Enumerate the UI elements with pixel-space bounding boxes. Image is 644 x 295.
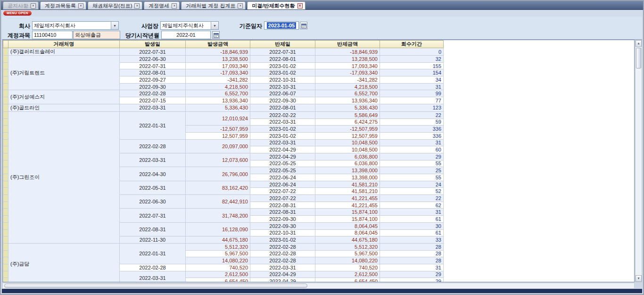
- settle-amount-cell[interactable]: 15,874,100: [315, 209, 380, 216]
- tab-close-icon[interactable]: ×: [78, 3, 83, 8]
- period-cell[interactable]: 22: [380, 111, 444, 118]
- period-cell[interactable]: 34: [380, 76, 444, 84]
- settle-date-cell[interactable]: 2022-10-31: [250, 229, 315, 236]
- occur-date-cell[interactable]: 2022-11-30: [120, 236, 186, 244]
- settle-amount-cell[interactable]: 41,581,210: [315, 181, 380, 188]
- settle-amount-cell[interactable]: 6,036,800: [315, 153, 380, 160]
- tab-receivable-ledger[interactable]: 채권채무장(전표) ×: [88, 1, 142, 9]
- settle-amount-cell[interactable]: 6,552,700: [315, 90, 380, 97]
- occur-amount-cell[interactable]: -341,282: [186, 76, 250, 84]
- vertical-scrollbar[interactable]: ▲ ▼: [635, 40, 642, 282]
- settle-amount-cell[interactable]: 41,221,455: [315, 195, 380, 202]
- occur-date-cell[interactable]: 2022-06-30: [120, 56, 186, 63]
- header-customer-name[interactable]: 거래처명: [8, 41, 120, 48]
- period-cell[interactable]: 29: [380, 271, 444, 278]
- settle-date-cell[interactable]: 2022-02-28: [250, 257, 315, 264]
- chevron-down-icon[interactable]: ▼: [211, 22, 218, 29]
- settle-amount-cell[interactable]: 13,936,340: [315, 97, 380, 104]
- row-selector[interactable]: [3, 132, 8, 139]
- settle-date-cell[interactable]: 2022-04-29: [250, 146, 315, 153]
- settle-amount-cell[interactable]: 10,048,500: [315, 139, 380, 146]
- settle-date-cell[interactable]: 2022-08-01: [250, 56, 315, 63]
- occur-date-cell[interactable]: 2022-03-31: [120, 104, 186, 111]
- settle-date-cell[interactable]: 2023-01-02: [250, 62, 315, 69]
- period-cell[interactable]: 60: [380, 146, 444, 153]
- period-cell[interactable]: 155: [380, 62, 444, 69]
- period-cell[interactable]: 31: [380, 264, 444, 271]
- period-cell[interactable]: 336: [380, 132, 444, 139]
- occur-amount-cell[interactable]: 17,093,340: [186, 62, 250, 69]
- account-code-input[interactable]: 11100410: [32, 31, 73, 39]
- occur-amount-cell[interactable]: 12,010,924: [186, 111, 250, 125]
- row-selector[interactable]: [3, 278, 8, 282]
- row-selector[interactable]: [3, 160, 8, 167]
- settle-date-cell[interactable]: 2022-08-01: [250, 104, 315, 111]
- occur-date-cell[interactable]: 2022-01-31: [120, 243, 186, 264]
- settle-date-cell[interactable]: 2022-04-29: [250, 278, 315, 282]
- settle-date-cell[interactable]: 2023-01-02: [250, 236, 315, 244]
- settle-amount-cell[interactable]: 8,064,045: [315, 222, 380, 229]
- settle-date-cell[interactable]: 2022-05-25: [250, 160, 315, 167]
- row-selector[interactable]: [3, 56, 8, 63]
- tab-account-detail[interactable]: 계정명세 ×: [144, 1, 180, 9]
- settle-date-cell[interactable]: 2023-01-02: [250, 132, 315, 139]
- period-cell[interactable]: 0: [380, 48, 444, 56]
- settle-amount-cell[interactable]: 8,064,045: [315, 229, 380, 236]
- period-cell[interactable]: 31: [380, 83, 444, 90]
- horizontal-scrollbar[interactable]: [2, 283, 635, 289]
- period-cell[interactable]: 77: [380, 97, 444, 104]
- row-selector[interactable]: [3, 126, 8, 133]
- basedate-calendar-button[interactable]: [300, 22, 307, 29]
- row-selector[interactable]: [3, 83, 8, 90]
- settle-amount-cell[interactable]: 17,093,340: [315, 62, 380, 69]
- tab-close-icon[interactable]: ×: [31, 3, 36, 8]
- occur-amount-cell[interactable]: 13,238,500: [186, 56, 250, 63]
- occur-amount-cell[interactable]: -18,846,939: [186, 48, 250, 56]
- customer-name-cell[interactable]: (주)갤러리드솔레이: [8, 48, 120, 56]
- settle-date-cell[interactable]: 2022-08-31: [250, 202, 315, 209]
- chevron-down-icon[interactable]: ▼: [111, 22, 118, 29]
- bizplace-select[interactable]: 제일제지주식회사 ▼: [160, 21, 219, 30]
- period-cell[interactable]: 33: [380, 236, 444, 244]
- settle-amount-cell[interactable]: 15,874,100: [315, 216, 380, 223]
- row-selector[interactable]: [3, 167, 8, 174]
- startmonth-input[interactable]: 2022-01: [161, 31, 211, 39]
- row-selector[interactable]: [3, 111, 8, 118]
- settle-date-cell[interactable]: 2022-03-31: [250, 264, 315, 271]
- occur-amount-cell[interactable]: 83,162,420: [186, 181, 250, 194]
- occur-date-cell[interactable]: 2022-04-30: [120, 167, 186, 181]
- occur-date-cell[interactable]: 2022-02-28: [120, 90, 186, 97]
- period-cell[interactable]: 61: [380, 229, 444, 236]
- settle-date-cell[interactable]: 2022-09-30: [250, 216, 315, 223]
- occur-amount-cell[interactable]: 5,512,320: [186, 243, 250, 250]
- row-selector[interactable]: [3, 236, 8, 244]
- customer-name-cell[interactable]: (주)그린조이: [8, 111, 120, 243]
- row-selector[interactable]: [3, 243, 8, 250]
- occur-amount-cell[interactable]: 20,097,000: [186, 139, 250, 153]
- occur-date-cell[interactable]: 2022-01-31: [120, 111, 186, 139]
- period-cell[interactable]: 123: [380, 104, 444, 111]
- occur-amount-cell[interactable]: 6,654,450: [186, 278, 250, 282]
- tab-customer-summary[interactable]: 거래처별 계정 집계표 ×: [181, 1, 246, 9]
- settle-amount-cell[interactable]: 13,238,500: [315, 56, 380, 63]
- period-cell[interactable]: 31: [380, 139, 444, 146]
- settle-date-cell[interactable]: 2022-06-24: [250, 181, 315, 188]
- settle-date-cell[interactable]: 2022-02-28: [250, 250, 315, 257]
- row-selector[interactable]: [3, 153, 8, 160]
- header-occur-amount[interactable]: 발생금액: [186, 41, 250, 48]
- settle-amount-cell[interactable]: -12,507,959: [315, 126, 380, 133]
- menu-open-button[interactable]: MENU OPEN: [3, 11, 32, 16]
- row-selector[interactable]: [3, 97, 8, 104]
- settle-date-cell[interactable]: 2022-07-22: [250, 195, 315, 202]
- occur-amount-cell[interactable]: 12,073,600: [186, 153, 250, 167]
- row-selector[interactable]: [3, 139, 8, 146]
- period-cell[interactable]: 59: [380, 118, 444, 126]
- settle-date-cell[interactable]: 2022-03-31: [250, 118, 315, 126]
- settle-amount-cell[interactable]: 44,675,180: [315, 236, 380, 244]
- occur-amount-cell[interactable]: 4,218,500: [186, 83, 250, 90]
- period-cell[interactable]: 52: [380, 188, 444, 195]
- settle-amount-cell[interactable]: 740,520: [315, 264, 380, 271]
- horizontal-scrollbar-thumb[interactable]: [4, 284, 307, 288]
- settle-amount-cell[interactable]: 10,048,500: [315, 146, 380, 153]
- settle-amount-cell[interactable]: 14,080,220: [315, 257, 380, 264]
